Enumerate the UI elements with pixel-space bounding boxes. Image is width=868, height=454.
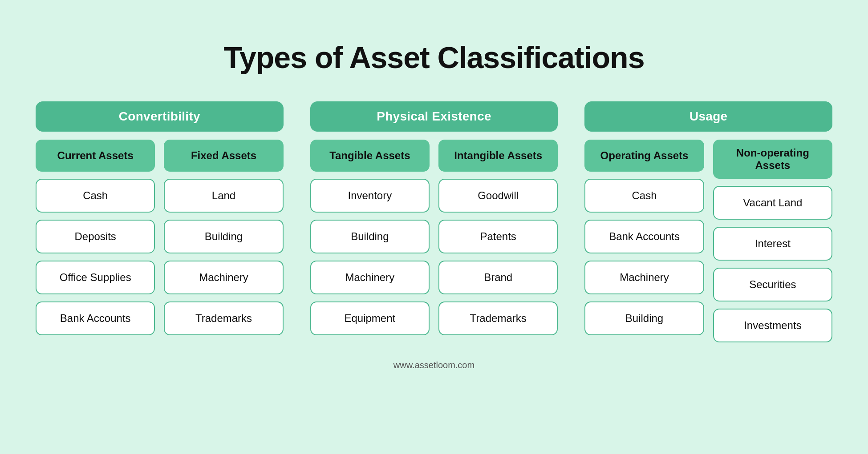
columns-container: ConvertibilityCurrent AssetsCashDeposits… <box>36 101 832 342</box>
item-current-assets-3: Bank Accounts <box>36 301 155 335</box>
item-current-assets-2: Office Supplies <box>36 261 155 294</box>
item-non-operating-assets-2: Securities <box>713 268 832 301</box>
item-tangible-assets-0: Inventory <box>310 179 430 213</box>
column-usage: UsageOperating AssetsCashBank AccountsMa… <box>584 101 832 342</box>
item-operating-assets-2: Machinery <box>584 261 704 294</box>
sub-header-current-assets: Current Assets <box>36 140 155 172</box>
sub-column-current-assets: Current AssetsCashDepositsOffice Supplie… <box>36 140 155 335</box>
column-physical-existence: Physical ExistenceTangible AssetsInvento… <box>310 101 558 335</box>
item-operating-assets-1: Bank Accounts <box>584 220 704 253</box>
sub-header-non-operating-assets: Non-operating Assets <box>713 140 832 179</box>
item-non-operating-assets-0: Vacant Land <box>713 186 832 220</box>
item-tangible-assets-3: Equipment <box>310 301 430 335</box>
item-intangible-assets-0: Goodwill <box>438 179 558 213</box>
item-fixed-assets-2: Machinery <box>164 261 283 294</box>
page-title: Types of Asset Classifications <box>224 40 645 75</box>
sub-column-tangible-assets: Tangible AssetsInventoryBuildingMachiner… <box>310 140 430 335</box>
sub-columns-usage: Operating AssetsCashBank AccountsMachine… <box>584 140 832 342</box>
item-fixed-assets-1: Building <box>164 220 283 253</box>
sub-columns-convertibility: Current AssetsCashDepositsOffice Supplie… <box>36 140 284 335</box>
sub-column-fixed-assets: Fixed AssetsLandBuildingMachineryTradema… <box>164 140 283 335</box>
item-tangible-assets-2: Machinery <box>310 261 430 294</box>
page-wrapper: Types of Asset Classifications Convertib… <box>9 18 859 454</box>
sub-header-intangible-assets: Intangible Assets <box>438 140 558 172</box>
item-operating-assets-0: Cash <box>584 179 704 213</box>
item-fixed-assets-3: Trademarks <box>164 301 283 335</box>
sub-column-non-operating-assets: Non-operating AssetsVacant LandInterestS… <box>713 140 832 342</box>
sub-header-operating-assets: Operating Assets <box>584 140 704 172</box>
item-non-operating-assets-3: Investments <box>713 309 832 342</box>
column-convertibility: ConvertibilityCurrent AssetsCashDeposits… <box>36 101 284 335</box>
column-header-convertibility: Convertibility <box>36 101 284 132</box>
sub-header-tangible-assets: Tangible Assets <box>310 140 430 172</box>
sub-columns-physical-existence: Tangible AssetsInventoryBuildingMachiner… <box>310 140 558 335</box>
footer-text: www.assetloom.com <box>393 360 475 370</box>
column-header-physical-existence: Physical Existence <box>310 101 558 132</box>
item-intangible-assets-1: Patents <box>438 220 558 253</box>
column-header-usage: Usage <box>584 101 832 132</box>
sub-header-fixed-assets: Fixed Assets <box>164 140 283 172</box>
item-intangible-assets-2: Brand <box>438 261 558 294</box>
item-non-operating-assets-1: Interest <box>713 227 832 261</box>
item-current-assets-0: Cash <box>36 179 155 213</box>
item-current-assets-1: Deposits <box>36 220 155 253</box>
sub-column-operating-assets: Operating AssetsCashBank AccountsMachine… <box>584 140 704 342</box>
item-intangible-assets-3: Trademarks <box>438 301 558 335</box>
sub-column-intangible-assets: Intangible AssetsGoodwillPatentsBrandTra… <box>438 140 558 335</box>
item-tangible-assets-1: Building <box>310 220 430 253</box>
item-operating-assets-3: Building <box>584 301 704 335</box>
item-fixed-assets-0: Land <box>164 179 283 213</box>
